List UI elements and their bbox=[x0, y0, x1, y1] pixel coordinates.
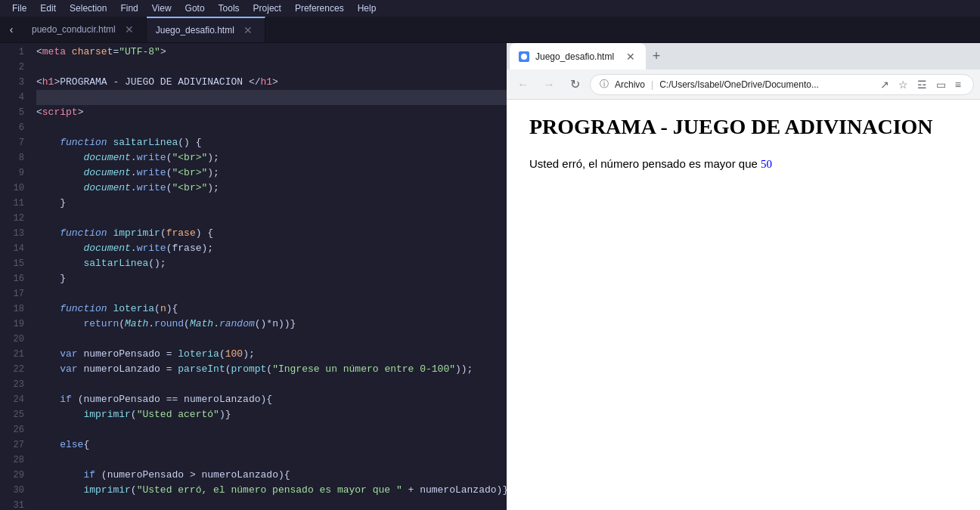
menubar: File Edit Selection Find View Goto Tools… bbox=[0, 0, 980, 17]
line-number: 29 bbox=[0, 468, 24, 483]
line-number: 2 bbox=[0, 60, 24, 75]
menu-goto[interactable]: Goto bbox=[179, 2, 211, 15]
reload-button[interactable]: ↻ bbox=[564, 74, 585, 95]
menu-preferences[interactable]: Preferences bbox=[289, 2, 350, 15]
code-line bbox=[36, 286, 507, 301]
line-number: 4 bbox=[0, 90, 24, 105]
share-icon[interactable]: ↗ bbox=[877, 77, 892, 92]
browser-favicon bbox=[519, 51, 529, 62]
forward-button[interactable]: → bbox=[538, 74, 560, 95]
address-bar[interactable]: ⓘ Archivo | C:/Users/Isabel/OneDrive/Doc… bbox=[590, 74, 974, 95]
main-content: 1234567891011121314151617181920212223242… bbox=[0, 43, 980, 510]
code-line: imprimir("Usted erró, el número pensado … bbox=[36, 483, 507, 498]
line-number: 16 bbox=[0, 271, 24, 286]
page-message: Usted erró, el número pensado es mayor q… bbox=[529, 157, 957, 171]
extensions-icon[interactable]: ☲ bbox=[914, 77, 930, 92]
line-number: 6 bbox=[0, 120, 24, 135]
code-line bbox=[36, 211, 507, 226]
new-tab-button[interactable]: + bbox=[646, 48, 667, 64]
code-line: return(Math.round(Math.random()*n))} bbox=[36, 317, 507, 332]
line-number: 22 bbox=[0, 362, 24, 377]
line-number: 27 bbox=[0, 437, 24, 453]
svg-point-0 bbox=[521, 54, 527, 60]
tab-label: Juego_desafio.html bbox=[156, 25, 234, 36]
code-content: <meta charset="UTF-8"> <h1>PROGRAMA - JU… bbox=[30, 43, 507, 510]
code-line: } bbox=[36, 196, 507, 211]
code-line: function loteria(n){ bbox=[36, 301, 507, 317]
code-line bbox=[36, 120, 507, 135]
page-title: PROGRAMA - JUEGO DE ADIVINACION bbox=[529, 115, 957, 139]
line-number: 5 bbox=[0, 105, 24, 120]
line-number: 18 bbox=[0, 301, 24, 317]
line-number: 13 bbox=[0, 226, 24, 241]
code-line: imprimir("Usted acertó")} bbox=[36, 407, 507, 422]
tab-close-2[interactable]: ✕ bbox=[240, 23, 256, 38]
menu-edit[interactable]: Edit bbox=[34, 2, 62, 15]
browser-content: PROGRAMA - JUEGO DE ADIVINACION Usted er… bbox=[507, 100, 980, 510]
code-area[interactable]: 1234567891011121314151617181920212223242… bbox=[0, 43, 507, 510]
line-number: 26 bbox=[0, 422, 24, 437]
code-line bbox=[36, 332, 507, 347]
code-line bbox=[36, 422, 507, 437]
address-actions: ↗ ☆ ☲ ▭ ≡ bbox=[877, 77, 964, 92]
code-editor[interactable]: 1234567891011121314151617181920212223242… bbox=[0, 43, 507, 510]
line-number: 3 bbox=[0, 75, 24, 90]
line-number: 24 bbox=[0, 392, 24, 407]
address-url: C:/Users/Isabel/OneDrive/Documento... bbox=[659, 79, 819, 90]
menu-selection[interactable]: Selection bbox=[64, 2, 113, 15]
menu-tools[interactable]: Tools bbox=[212, 2, 246, 15]
browser-tab-bar: Juego_desafio.html ✕ + bbox=[507, 43, 980, 70]
line-number: 17 bbox=[0, 286, 24, 301]
line-number: 1 bbox=[0, 45, 24, 60]
browser-tab-close[interactable]: ✕ bbox=[625, 49, 637, 64]
code-line: <h1>PROGRAMA - JUEGO DE ADIVINACION </h1… bbox=[36, 75, 507, 90]
line-number: 31 bbox=[0, 498, 24, 510]
code-line: document.write("<br>"); bbox=[36, 181, 507, 196]
tab-juego-desafio[interactable]: Juego_desafio.html ✕ bbox=[147, 17, 265, 42]
address-separator: | bbox=[651, 79, 653, 90]
tab-nav-prev[interactable]: ‹ bbox=[0, 17, 23, 42]
browser-panel: Juego_desafio.html ✕ + ← → ↻ ⓘ Archivo |… bbox=[507, 43, 980, 510]
browser-tab-active[interactable]: Juego_desafio.html ✕ bbox=[510, 43, 646, 70]
code-line bbox=[36, 453, 507, 468]
menu-project[interactable]: Project bbox=[247, 2, 287, 15]
code-line: if (numeroPensado > numeroLanzado){ bbox=[36, 468, 507, 483]
line-number: 15 bbox=[0, 256, 24, 271]
cast-icon[interactable]: ▭ bbox=[933, 77, 949, 92]
code-line: function saltarLinea() { bbox=[36, 135, 507, 150]
code-line: <script> bbox=[36, 105, 507, 120]
code-line bbox=[36, 498, 507, 510]
code-line: <meta charset="UTF-8"> bbox=[36, 45, 507, 60]
line-number: 9 bbox=[0, 165, 24, 181]
menu-find[interactable]: Find bbox=[114, 2, 144, 15]
browser-tab-title: Juego_desafio.html bbox=[535, 51, 614, 62]
line-number: 12 bbox=[0, 211, 24, 226]
archivo-label: Archivo bbox=[615, 79, 645, 90]
code-line: } bbox=[36, 271, 507, 286]
message-text: Usted erró, el número pensado es mayor q… bbox=[529, 157, 761, 170]
code-line bbox=[36, 60, 507, 75]
tab-close-1[interactable]: ✕ bbox=[122, 22, 137, 37]
more-icon[interactable]: ≡ bbox=[952, 77, 964, 92]
line-numbers: 1234567891011121314151617181920212223242… bbox=[0, 43, 30, 510]
menu-help[interactable]: Help bbox=[352, 2, 383, 15]
browser-navbar: ← → ↻ ⓘ Archivo | C:/Users/Isabel/OneDri… bbox=[507, 70, 980, 100]
line-number: 20 bbox=[0, 332, 24, 347]
code-line: var numeroLanzado = parseInt(prompt("Ing… bbox=[36, 362, 507, 377]
line-number: 25 bbox=[0, 407, 24, 422]
line-number: 8 bbox=[0, 150, 24, 165]
line-number: 11 bbox=[0, 196, 24, 211]
message-number: 50 bbox=[761, 158, 772, 170]
bookmark-icon[interactable]: ☆ bbox=[895, 77, 911, 92]
code-line: document.write(frase); bbox=[36, 241, 507, 256]
menu-file[interactable]: File bbox=[6, 2, 33, 15]
tab-puedo-conducir[interactable]: puedo_conducir.html ✕ bbox=[23, 17, 147, 42]
editor-tabbar: ‹ puedo_conducir.html ✕ Juego_desafio.ht… bbox=[0, 17, 980, 43]
menu-view[interactable]: View bbox=[146, 2, 178, 15]
line-number: 19 bbox=[0, 317, 24, 332]
code-line bbox=[36, 90, 507, 105]
code-line: if (numeroPensado == numeroLanzado){ bbox=[36, 392, 507, 407]
back-button[interactable]: ← bbox=[513, 74, 534, 95]
line-number: 28 bbox=[0, 453, 24, 468]
line-number: 21 bbox=[0, 347, 24, 362]
